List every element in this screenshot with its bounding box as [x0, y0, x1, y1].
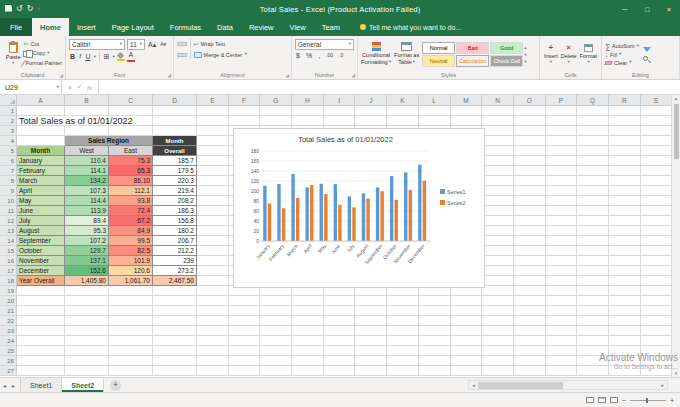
cell-f22[interactable] [229, 316, 261, 326]
cell-b7[interactable]: 114.1 [65, 166, 109, 176]
underline-button[interactable]: U [84, 53, 91, 60]
cell-c10[interactable]: 93.8 [109, 196, 153, 206]
cell-r26[interactable] [609, 356, 641, 366]
cell-i24[interactable] [324, 336, 356, 346]
cell-a18[interactable]: Year Overall [17, 276, 65, 286]
cell-q15[interactable] [577, 246, 609, 256]
row-header-4[interactable]: 4 [0, 136, 17, 146]
number-dialog-launcher-icon[interactable]: ◢ [352, 73, 355, 78]
cell-q9[interactable] [577, 186, 609, 196]
cell-h20[interactable] [292, 296, 324, 306]
cell-s20[interactable] [641, 296, 673, 306]
zoom-in-icon[interactable]: + [670, 397, 674, 404]
cell-s18[interactable] [641, 276, 673, 286]
chevron-down-icon[interactable]: ▾ [93, 55, 95, 60]
cell-d26[interactable] [153, 356, 197, 366]
sheet-nav-right-icon[interactable]: ▸ [9, 382, 18, 389]
cell-q11[interactable] [577, 206, 609, 216]
cell-s17[interactable] [641, 266, 673, 276]
cell-f27[interactable] [229, 366, 261, 376]
fill-color-icon[interactable] [117, 52, 125, 61]
cell-r21[interactable] [609, 306, 641, 316]
cell-s12[interactable] [641, 216, 673, 226]
cell-c24[interactable] [109, 336, 153, 346]
cell-g21[interactable] [260, 306, 292, 316]
cell-q17[interactable] [577, 266, 609, 276]
cell-s7[interactable] [641, 166, 673, 176]
cell-m24[interactable] [451, 336, 483, 346]
cell-c5[interactable]: East [109, 146, 153, 156]
cell-e10[interactable] [197, 196, 229, 206]
cell-i26[interactable] [324, 356, 356, 366]
qat-dropdown-icon[interactable]: ▾ [37, 7, 39, 12]
cell-q14[interactable] [577, 236, 609, 246]
cell-p14[interactable] [546, 236, 578, 246]
cell-a7[interactable]: February [17, 166, 65, 176]
cell-o2[interactable] [514, 116, 546, 126]
cell-r24[interactable] [609, 336, 641, 346]
cell-c26[interactable] [109, 356, 153, 366]
cell-b13[interactable]: 95.3 [65, 226, 109, 236]
cell-a14[interactable]: September [17, 236, 65, 246]
cell-e16[interactable] [197, 256, 229, 266]
cell-b17[interactable]: 152.6 [65, 266, 109, 276]
cell-p25[interactable] [546, 346, 578, 356]
cell-o12[interactable] [514, 216, 546, 226]
cell-o26[interactable] [514, 356, 546, 366]
cell-e25[interactable] [197, 346, 229, 356]
cell-q20[interactable] [577, 296, 609, 306]
cell-c11[interactable]: 72.4 [109, 206, 153, 216]
cell-r13[interactable] [609, 226, 641, 236]
cell-n26[interactable] [482, 356, 514, 366]
cell-o7[interactable] [514, 166, 546, 176]
cell-n7[interactable] [482, 166, 514, 176]
cell-a1[interactable] [17, 106, 65, 116]
cell-m21[interactable] [451, 306, 483, 316]
row-header-1[interactable]: 1 [0, 106, 17, 116]
scroll-down-icon[interactable]: ▾ [675, 370, 678, 377]
cell-e17[interactable] [197, 266, 229, 276]
cell-r14[interactable] [609, 236, 641, 246]
confirm-entry-icon[interactable]: ✓ [77, 83, 82, 91]
cell-s13[interactable] [641, 226, 673, 236]
cell-r9[interactable] [609, 186, 641, 196]
cell-n2[interactable] [482, 116, 514, 126]
cell-r18[interactable] [609, 276, 641, 286]
cell-e12[interactable] [197, 216, 229, 226]
cell-b12[interactable]: 89.4 [65, 216, 109, 226]
cell-h1[interactable] [292, 106, 324, 116]
cell-l22[interactable] [419, 316, 451, 326]
column-header-h[interactable]: H [292, 95, 324, 105]
cell-n17[interactable] [482, 266, 514, 276]
ribbon-tab-insert[interactable]: Insert [69, 18, 104, 36]
cell-p19[interactable] [546, 286, 578, 296]
cell-s16[interactable] [641, 256, 673, 266]
row-header-9[interactable]: 9 [0, 186, 17, 196]
cell-d12[interactable]: 156.8 [153, 216, 197, 226]
row-header-17[interactable]: 17 [0, 266, 17, 276]
sort-filter-icon[interactable] [643, 47, 651, 52]
cell-p3[interactable] [546, 126, 578, 136]
cell-g2[interactable] [260, 116, 292, 126]
cell-o4[interactable] [514, 136, 546, 146]
cell-s26[interactable] [641, 356, 673, 366]
column-header-l[interactable]: L [419, 95, 451, 105]
cell-n6[interactable] [482, 156, 514, 166]
cell-s8[interactable] [641, 176, 673, 186]
cell-d11[interactable]: 186.3 [153, 206, 197, 216]
cell-p10[interactable] [546, 196, 578, 206]
row-header-13[interactable]: 13 [0, 226, 17, 236]
cell-e22[interactable] [197, 316, 229, 326]
copy-button[interactable]: Copy▾ [23, 49, 62, 57]
cell-d25[interactable] [153, 346, 197, 356]
cell-s25[interactable] [641, 346, 673, 356]
cell-n14[interactable] [482, 236, 514, 246]
cell-p5[interactable] [546, 146, 578, 156]
cell-b15[interactable]: 129.7 [65, 246, 109, 256]
cell-n3[interactable] [482, 126, 514, 136]
cell-h22[interactable] [292, 316, 324, 326]
row-header-3[interactable]: 3 [0, 126, 17, 136]
redo-icon[interactable]: ↻ [27, 5, 34, 13]
cell-s19[interactable] [641, 286, 673, 296]
ribbon-tab-formulas[interactable]: Formulas [162, 18, 209, 36]
